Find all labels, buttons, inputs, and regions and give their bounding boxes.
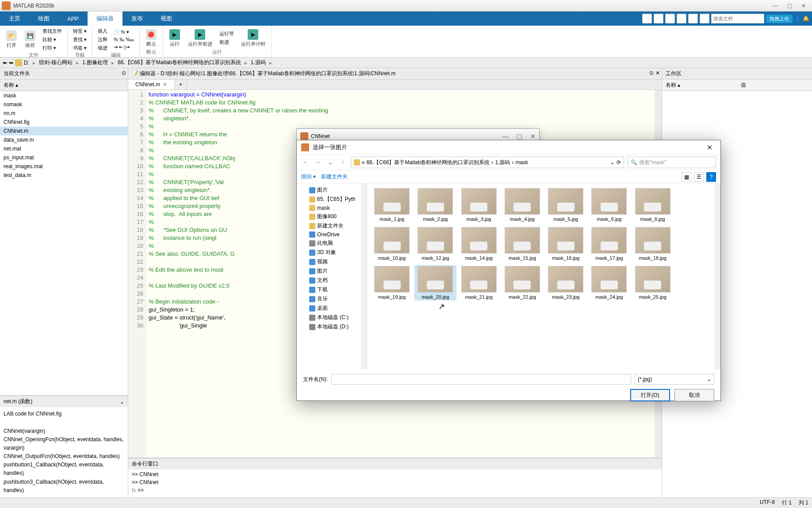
- editor-close-icon[interactable]: ✕: [655, 70, 660, 76]
- path-dropdown-icon[interactable]: ⌄: [610, 159, 615, 165]
- file-item[interactable]: data_save.m: [0, 135, 128, 144]
- file-item[interactable]: nomask: [0, 100, 128, 109]
- crumb-2[interactable]: 1.图像处理: [82, 59, 108, 66]
- newfolder-button[interactable]: 新建文件夹: [321, 173, 348, 181]
- panel-dropdown-icon[interactable]: ⊙: [122, 70, 126, 76]
- bookmark-button[interactable]: 书签 ▾: [71, 44, 88, 52]
- tab-view[interactable]: 视图: [152, 12, 181, 26]
- cnn-max-icon[interactable]: ▢: [517, 133, 522, 140]
- user-icon[interactable]: 👤: [794, 15, 801, 22]
- file-thumbnail[interactable]: mask_19.jpg: [371, 265, 413, 300]
- file-thumbnail[interactable]: mask_22.jpg: [502, 265, 543, 300]
- file-thumbnail[interactable]: mask_21.jpg: [458, 265, 500, 300]
- cnn-min-icon[interactable]: —: [502, 133, 509, 140]
- tab-app[interactable]: APP: [58, 12, 88, 26]
- file-thumbnail[interactable]: mask_18.jpg: [632, 226, 674, 262]
- tab-home[interactable]: 主页: [0, 12, 29, 26]
- command-content[interactable]: >> CNNnet >> CNNnet fx >>: [128, 470, 662, 497]
- editor-tab-add[interactable]: +: [175, 80, 187, 89]
- print-button[interactable]: 打印 ▾: [41, 44, 64, 52]
- nav-recent-icon[interactable]: ⌄: [326, 158, 335, 167]
- file-item[interactable]: mask: [0, 91, 128, 100]
- tab-editor[interactable]: 编辑器: [88, 12, 123, 26]
- open-button[interactable]: 📂打开: [4, 30, 19, 50]
- breakpoint-button[interactable]: 🔴断点: [143, 28, 159, 48]
- file-list-header[interactable]: 名称 ▴: [0, 80, 128, 91]
- path-refresh-icon[interactable]: ⟳: [617, 159, 621, 165]
- comment-button[interactable]: 注释: [96, 36, 109, 43]
- file-item[interactable]: CNNnet.m: [0, 127, 128, 135]
- copy-icon[interactable]: [665, 14, 675, 23]
- paste-icon[interactable]: [677, 14, 686, 23]
- file-thumbnail[interactable]: mask_4.jpg: [502, 187, 543, 223]
- tree-item[interactable]: 文档: [299, 276, 365, 285]
- tree-item[interactable]: 图片: [299, 266, 365, 276]
- back-icon[interactable]: ⬅: [3, 60, 7, 66]
- file-thumbnail[interactable]: mask_23.jpg: [545, 265, 586, 300]
- crumb-1[interactable]: 猎剑-核心网站: [39, 59, 73, 66]
- tab-close-icon[interactable]: ✕: [163, 81, 167, 88]
- save-icon[interactable]: [642, 14, 652, 23]
- tree-scrollbar[interactable]: [361, 184, 367, 369]
- editor-opts-icon[interactable]: ⊙: [649, 70, 654, 76]
- maximize-icon[interactable]: ▢: [783, 1, 796, 10]
- file-thumbnail[interactable]: mask_10.jpg: [371, 226, 413, 262]
- tree-item[interactable]: 新建文件夹: [299, 221, 365, 231]
- nav-back-icon[interactable]: ←: [301, 158, 310, 167]
- cut-icon[interactable]: [654, 14, 663, 23]
- tree-item[interactable]: 本地磁盘 (D:): [299, 322, 365, 331]
- findfiles-button[interactable]: 查找文件: [41, 27, 64, 35]
- file-item[interactable]: nn.m: [0, 109, 128, 118]
- tree-item[interactable]: 音乐: [299, 294, 365, 304]
- tree-item[interactable]: 下载: [299, 285, 365, 294]
- ws-col-name[interactable]: 名称 ▴: [662, 80, 737, 91]
- crumb-0[interactable]: D:: [24, 60, 29, 66]
- goto-button[interactable]: 转至 ▾: [71, 27, 88, 35]
- upload-toggle[interactable]: 拖拽上传: [766, 15, 793, 23]
- undo-icon[interactable]: [688, 14, 698, 23]
- file-thumbnail[interactable]: mask_24.jpg: [588, 265, 630, 300]
- filetype-select[interactable]: (*.jpg)⌄: [635, 374, 714, 385]
- file-item[interactable]: CNNnet.fig: [0, 118, 128, 127]
- minimize-icon[interactable]: —: [769, 1, 782, 10]
- crumb-3[interactable]: 66.【C66】基于Matlab卷积神经网络的口罩识别系统: [118, 59, 241, 66]
- file-thumbnail[interactable]: mask_14.jpg: [458, 226, 500, 262]
- edit-icons-1[interactable]: 📄 fx ▾: [112, 29, 136, 35]
- run-step-button[interactable]: ▶运行并前进: [185, 28, 215, 48]
- tab-plot[interactable]: 绘图: [29, 12, 58, 26]
- dialog-search-input[interactable]: 🔍搜索"mask": [628, 157, 716, 168]
- findnav-button[interactable]: 查找 ▾: [71, 36, 88, 43]
- file-item[interactable]: test_data.m: [0, 171, 128, 180]
- file-thumbnail[interactable]: mask_3.jpg: [458, 187, 500, 223]
- chevron-down-icon[interactable]: ⌄: [120, 399, 124, 405]
- tree-item[interactable]: 图像800: [299, 212, 365, 221]
- tree-item[interactable]: 此电脑: [299, 239, 365, 248]
- file-thumbnail[interactable]: mask_20.jpg: [414, 265, 456, 300]
- fwd-icon[interactable]: ➡: [9, 60, 13, 66]
- files-scrollbar[interactable]: [714, 184, 720, 369]
- tree-item[interactable]: 3D 对象: [299, 248, 365, 257]
- file-thumbnail[interactable]: mask_6.jpg: [588, 187, 630, 223]
- indent-button[interactable]: 缩进: [96, 44, 109, 52]
- file-item[interactable]: net.mat: [0, 144, 128, 153]
- view-help-icon[interactable]: ?: [706, 172, 716, 182]
- tree-item[interactable]: 桌面: [299, 304, 365, 313]
- close-icon[interactable]: ✕: [797, 1, 810, 10]
- cnn-close-icon[interactable]: ✕: [530, 133, 536, 140]
- open-button[interactable]: 打开(O): [630, 389, 670, 401]
- run-section-button[interactable]: 运行节: [218, 30, 236, 38]
- file-thumbnail[interactable]: mask_8.jpg: [632, 187, 674, 223]
- dialog-path[interactable]: « 66.【C66】基于Matlab卷积神经网络的口罩识别系统 › 1.源码 ›…: [351, 157, 624, 168]
- ws-col-value[interactable]: 值: [737, 80, 812, 91]
- file-thumbnail[interactable]: mask_16.jpg: [545, 226, 586, 262]
- file-thumbnail[interactable]: mask_12.jpg: [414, 226, 456, 262]
- file-item[interactable]: ps_input.mat: [0, 153, 128, 162]
- help-icon[interactable]: [700, 14, 709, 23]
- tree-item[interactable]: OneDrive: [299, 231, 365, 239]
- save-button[interactable]: 💾保存: [22, 30, 38, 50]
- tree-item[interactable]: 65.【C65】Pyth: [299, 195, 365, 204]
- tree-item[interactable]: 图片: [299, 185, 365, 195]
- file-thumbnail[interactable]: mask_2.jpg: [414, 187, 456, 223]
- organize-button[interactable]: 组织 ▾: [301, 173, 316, 181]
- tree-item[interactable]: 本地磁盘 (C:): [299, 313, 365, 322]
